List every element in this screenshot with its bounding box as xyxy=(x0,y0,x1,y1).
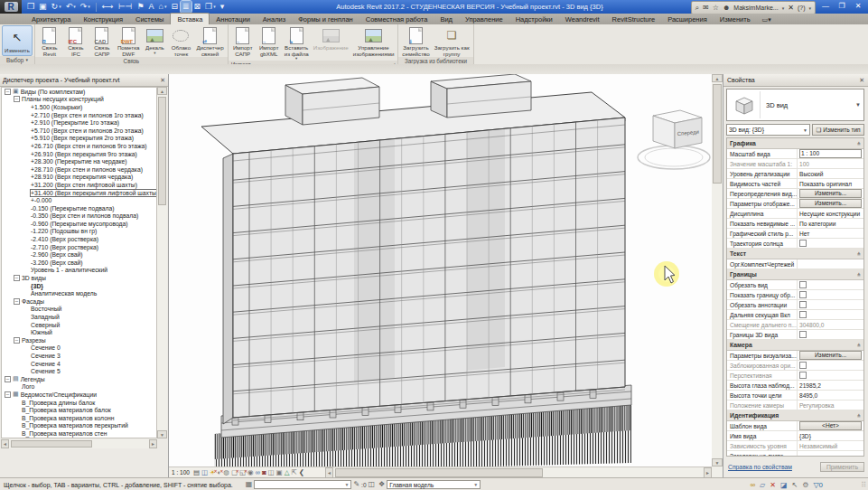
property-section-границы[interactable]: Границы≙ xyxy=(727,269,863,280)
property-edit-button[interactable]: Изменить... xyxy=(799,189,862,198)
property-value[interactable] xyxy=(798,300,863,309)
collapse-expander-icon[interactable]: – xyxy=(14,275,20,281)
tab-архитектура[interactable]: Архитектура xyxy=(25,14,77,24)
ribbon-button-облако[interactable]: Облако точек xyxy=(168,25,193,57)
analytical-model-icon[interactable]: △ xyxy=(285,468,290,477)
scroll-up-arrow[interactable]: ▲ xyxy=(712,74,723,82)
apply-button[interactable]: Применить xyxy=(820,462,864,472)
tree-item[interactable]: В_Проверка материалов стен xyxy=(2,429,156,438)
scroll-left-arrow[interactable]: ◄ xyxy=(1,439,9,448)
tree-item[interactable]: Лого xyxy=(2,383,156,391)
ribbon-group-label[interactable]: Выбор▾ xyxy=(0,56,34,64)
aligned-dimension-icon[interactable]: ⊢⊣ xyxy=(117,1,135,13)
exchange-apps-icon[interactable]: ✕ xyxy=(788,4,794,12)
select-underlay-icon[interactable]: ▱ xyxy=(760,481,765,489)
scroll-down-arrow[interactable]: ▼ xyxy=(157,430,167,438)
show-crop-region-icon[interactable]: ◱✕ xyxy=(239,468,246,477)
scroll-right-arrow[interactable]: ► xyxy=(704,467,712,477)
select-links-icon[interactable]: ∞ xyxy=(750,481,755,489)
tab-системы[interactable]: Системы xyxy=(129,14,170,24)
property-value[interactable]: Высокий xyxy=(798,169,863,178)
ribbon-button-импорт[interactable]: →Импорт САПР xyxy=(230,25,256,61)
property-value[interactable]: Независимый xyxy=(798,441,863,450)
property-section-идентификация[interactable]: Идентификация≙ xyxy=(727,410,863,421)
scale-control[interactable]: 1 : 100 xyxy=(172,469,190,476)
tree-item[interactable]: +31.400 (Верх перекрытия лифтовой шахты) xyxy=(2,189,156,197)
checkbox[interactable] xyxy=(799,301,807,308)
open-icon[interactable]: ❒ xyxy=(25,1,36,13)
exclude-options-icon[interactable]: ❖ xyxy=(378,480,385,489)
property-value[interactable] xyxy=(798,239,863,248)
ribbon-button-связь[interactable]: IFCСвязь IFC xyxy=(63,25,89,57)
checkbox[interactable] xyxy=(799,372,807,379)
worksets-icon[interactable]: ▦ xyxy=(246,480,253,489)
section-icon[interactable]: ⊟ xyxy=(169,1,180,13)
ribbon-button-вставить[interactable]: ↳Вставить из файла▾ xyxy=(283,25,311,61)
tree-item[interactable]: –▤Легенды xyxy=(2,375,156,383)
tree-item[interactable]: КЖ_ВРС xyxy=(2,438,156,438)
property-section-графика[interactable]: Графика≙ xyxy=(727,138,863,149)
drawing-area[interactable]: Спереди 1 : 100 ▤◫☀✕◐✕◍▢✕◱✕◉∞◙◫▣△⇱❮ ◄► xyxy=(169,74,723,477)
property-value[interactable]: Регулировка xyxy=(798,400,863,410)
design-options-combo[interactable]: Главная модель ▼ xyxy=(387,480,481,489)
property-value[interactable]: По категории xyxy=(798,219,863,228)
scroll-down-arrow[interactable]: ▼ xyxy=(712,458,723,466)
scroll-thumb[interactable] xyxy=(158,97,166,205)
property-value[interactable]: 8495,0 xyxy=(798,391,863,400)
tree-item[interactable]: -3.260 (Верх свай) xyxy=(2,259,156,267)
tree-item[interactable]: Северный xyxy=(2,321,156,329)
displacement-sets-icon[interactable]: ⇱ xyxy=(291,468,296,477)
property-value[interactable] xyxy=(798,310,863,319)
chevron-down-icon[interactable]: ▼ xyxy=(855,102,861,108)
browser-vertical-scrollbar[interactable]: ▲▼ xyxy=(157,87,167,438)
redo-icon[interactable]: ↷▾ xyxy=(79,1,92,13)
property-value[interactable]: {3D} xyxy=(798,431,863,440)
scroll-left-arrow[interactable]: ◄ xyxy=(325,467,333,477)
tree-item[interactable]: Западный xyxy=(2,313,156,321)
crop-view-icon[interactable]: ▢✕ xyxy=(231,468,238,477)
signin-user-icon[interactable]: ☻ xyxy=(723,3,730,13)
tab-аннотации[interactable]: Аннотации xyxy=(210,14,257,24)
tree-item[interactable]: +5.710 (Верх стен и пилонов 2го этажа) xyxy=(2,127,156,135)
tree-item[interactable]: -1.220 (Подошвы вн гр) xyxy=(2,228,156,236)
detail-level-icon[interactable]: ▤ xyxy=(193,468,200,477)
tree-item[interactable]: -2.710 (Верх ростверка) xyxy=(2,243,156,251)
tree-item[interactable]: В_Проверка материалов колонн xyxy=(2,414,156,422)
collapse-expander-icon[interactable]: – xyxy=(14,337,20,344)
property-value[interactable]: Изменить... xyxy=(798,189,863,198)
sun-path-icon[interactable]: ☀✕ xyxy=(210,468,216,477)
tree-item[interactable]: –3D виды xyxy=(2,274,156,282)
property-value[interactable]: 100 xyxy=(798,159,863,168)
property-edit-button[interactable]: Изменить... xyxy=(799,351,862,360)
property-value[interactable] xyxy=(798,290,863,299)
ribbon-button-декаль[interactable]: Декаль▾ xyxy=(142,25,167,57)
checkbox[interactable] xyxy=(799,240,807,247)
canvas-vertical-scrollbar[interactable]: ▲▼ xyxy=(712,74,723,466)
tree-item[interactable]: Аналитическая модель xyxy=(2,289,156,297)
property-value[interactable]: 304800,0 xyxy=(798,320,863,329)
ribbon-button-диспетчер[interactable]: ⇄Диспетчер связей xyxy=(194,25,225,57)
tab-вставка[interactable]: Вставка xyxy=(170,13,210,24)
tree-item[interactable]: –Разрезы xyxy=(2,336,156,344)
property-section-текст[interactable]: Текст≙ xyxy=(727,249,863,259)
tree-item[interactable]: Южный xyxy=(2,328,156,336)
lock-3d-view-icon[interactable]: ◉ xyxy=(247,468,254,477)
type-selector[interactable]: 3D вид ▼ xyxy=(726,89,864,121)
favorites-icon[interactable]: ☆ xyxy=(713,3,719,13)
tree-item[interactable]: В_Проверка материалов перекрытий xyxy=(2,422,156,430)
edit-type-button[interactable]: ❏ Изменить тип xyxy=(812,124,864,136)
property-value[interactable]: 21985,2 xyxy=(798,381,863,390)
tree-item[interactable]: В_Проверка длины балок xyxy=(2,399,156,407)
tree-item[interactable]: +28.710 (Верх стен и пилонов чердака) xyxy=(2,165,156,174)
tree-item[interactable]: +5.910 (Верх перекрытия 2го этажа) xyxy=(2,135,156,143)
help-icon[interactable]: (?) xyxy=(798,5,806,11)
tree-item[interactable]: –▦Ведомости/Спецификации xyxy=(2,391,156,399)
collapse-expander-icon[interactable]: – xyxy=(14,298,20,305)
tree-item[interactable]: +26.910 (Верх перекрытия 9го этажа) xyxy=(2,150,156,158)
tree-item[interactable]: -0.350 (Верх стен и пилонов подвала) xyxy=(2,212,156,221)
property-value[interactable]: Изменить... xyxy=(798,351,863,360)
property-section-камера[interactable]: Камера≙ xyxy=(727,340,863,351)
property-value[interactable] xyxy=(798,371,863,380)
tab-формы-и-генплан[interactable]: Формы и генплан xyxy=(292,14,359,24)
background-processes-icon[interactable]: ⚙ xyxy=(802,481,808,489)
